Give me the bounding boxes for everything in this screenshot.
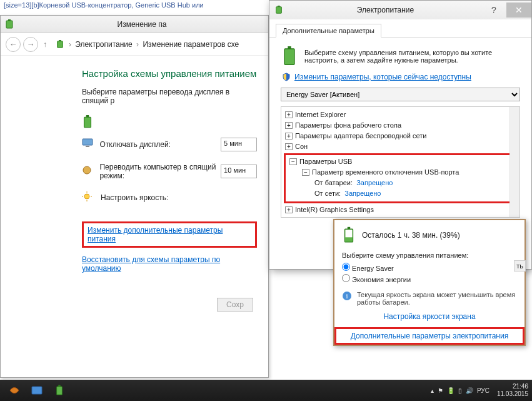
highlight-more-power-settings: Дополнительные параметры электропитания bbox=[334, 327, 524, 345]
tray-flag-icon[interactable]: ⚑ bbox=[438, 387, 443, 394]
svg-rect-3 bbox=[59, 40, 61, 41]
taskbar-controlpanel-icon[interactable] bbox=[26, 382, 48, 399]
tray-clock[interactable]: 21:46 11.03.2015 bbox=[497, 383, 528, 398]
svg-rect-6 bbox=[83, 139, 93, 145]
tab-advanced[interactable]: Дополнительные параметры bbox=[276, 24, 381, 38]
sleep-select[interactable]: 10 мин bbox=[221, 165, 257, 178]
page-subtitle: Выберите параметры перевода дисплея в сп… bbox=[82, 88, 257, 105]
svg-rect-14 bbox=[276, 7, 282, 14]
svg-rect-19 bbox=[346, 230, 353, 237]
battery-icon bbox=[274, 5, 284, 15]
svg-rect-4 bbox=[84, 117, 91, 128]
intro-text: Выберите схему управления питанием, кото… bbox=[304, 49, 520, 64]
link-unlock-settings[interactable]: Изменить параметры, которые сейчас недос… bbox=[294, 73, 471, 81]
link-brightness-settings[interactable]: Настройка яркости экрана bbox=[383, 312, 475, 321]
window-title: Изменение па bbox=[19, 20, 264, 29]
tray-battery-icon[interactable]: 🔋 bbox=[447, 387, 454, 394]
highlight-usb-section: −Параметры USB −Параметр временного откл… bbox=[284, 153, 517, 203]
link-restore-defaults[interactable]: Восстановить для схемы параметры по умол… bbox=[82, 255, 220, 273]
taskbar: ▴ ⚑ 🔋 ▯ 🔊 РУС 21:46 11.03.2015 bbox=[0, 380, 532, 401]
svg-rect-20 bbox=[348, 227, 350, 229]
svg-point-9 bbox=[84, 194, 89, 199]
tree-node-sleep[interactable]: +Сон bbox=[283, 141, 518, 152]
battery-flyout: Осталось 1 ч. 38 мин. (39%) ть Выберите … bbox=[333, 219, 526, 346]
nav-back-button[interactable]: ← bbox=[6, 37, 21, 52]
tree-node-wifi[interactable]: +Параметры адаптера беспроводной сети bbox=[283, 131, 518, 141]
page-heading: Настройка схемы управления питанием bbox=[82, 68, 257, 79]
tree-node-power-buttons[interactable]: +Кнопки питания и крышка bbox=[283, 215, 518, 218]
titlebar[interactable]: Электропитание ? ✕ bbox=[269, 1, 531, 19]
svg-rect-17 bbox=[288, 46, 291, 49]
highlight-additional-params: Изменить дополнительные параметры питани… bbox=[82, 221, 257, 248]
nav-up-icon[interactable]: ↑ bbox=[43, 40, 47, 49]
battery-column-icon bbox=[82, 115, 251, 129]
plan-select[interactable]: Energy Saver [Активен] bbox=[281, 88, 520, 101]
tree-node-ie[interactable]: +Internet Explorer bbox=[283, 109, 518, 120]
svg-rect-23 bbox=[32, 387, 42, 394]
tray-network-icon[interactable]: ▯ bbox=[458, 387, 462, 394]
display-off-select[interactable]: 5 мин bbox=[221, 138, 257, 151]
info-text: Текущая яркость экрана может уменьшить в… bbox=[357, 291, 517, 306]
svg-rect-16 bbox=[284, 49, 294, 64]
tree-node-usb[interactable]: −Параметры USB bbox=[287, 156, 514, 167]
svg-rect-15 bbox=[278, 6, 280, 7]
breadcrumb[interactable]: › Электропитание › Изменение параметров … bbox=[67, 40, 239, 49]
row-sleep: Переводить компьютер в спящий режим: 10 … bbox=[82, 163, 257, 180]
radio-economy[interactable]: Экономия энергии bbox=[342, 274, 517, 283]
tree-node-usb-ac[interactable]: От сети: Запрещено bbox=[287, 188, 514, 199]
close-button[interactable]: ✕ bbox=[506, 3, 531, 18]
radio-energy-saver[interactable]: Energy Saver bbox=[342, 263, 517, 272]
info-icon: i bbox=[342, 291, 352, 301]
window-edit-plan: Изменение па ← → ↑ › Электропитание › Из… bbox=[0, 15, 269, 378]
svg-rect-25 bbox=[58, 385, 61, 387]
nav-row: ← → ↑ › Электропитание › Изменение парам… bbox=[1, 33, 268, 56]
battery-icon bbox=[281, 46, 298, 66]
tray-language[interactable]: РУС bbox=[477, 387, 489, 394]
svg-point-8 bbox=[83, 166, 91, 174]
choose-plan-label: Выберите схему управления питанием: bbox=[342, 251, 517, 259]
titlebar[interactable]: Изменение па bbox=[1, 16, 268, 33]
battery-status-text: Осталось 1 ч. 38 мин. (39%) bbox=[362, 231, 460, 240]
svg-text:i: i bbox=[346, 292, 348, 300]
monitor-icon bbox=[82, 138, 93, 151]
label: Переводить компьютер в спящий режим: bbox=[99, 163, 221, 180]
taskbar-battery-icon[interactable] bbox=[49, 382, 70, 399]
battery-icon bbox=[56, 39, 64, 49]
truncated-button[interactable]: ть bbox=[514, 260, 526, 272]
row-brightness: Настроить яркость: bbox=[82, 191, 257, 204]
label: Настроить яркость: bbox=[101, 193, 232, 202]
label: Отключать дисплей: bbox=[99, 140, 221, 149]
background-forum-text: [size=13][b]Корневой USB-концентратор, G… bbox=[4, 1, 204, 9]
system-tray[interactable]: ▴ ⚑ 🔋 ▯ 🔊 РУС 21:46 11.03.2015 bbox=[431, 383, 528, 398]
battery-icon bbox=[4, 19, 14, 29]
window-title: Электропитание bbox=[289, 6, 481, 14]
link-more-power-settings[interactable]: Дополнительные параметры электропитания bbox=[351, 332, 508, 340]
settings-tree: +Internet Explorer +Параметры фона рабоч… bbox=[281, 106, 520, 218]
tree-node-usb-battery[interactable]: От батареи: Запрещено bbox=[287, 178, 514, 188]
link-additional-power-settings[interactable]: Изменить дополнительные параметры питани… bbox=[88, 226, 223, 243]
sun-icon bbox=[82, 191, 94, 204]
svg-rect-24 bbox=[57, 387, 63, 395]
shield-icon bbox=[282, 73, 291, 81]
save-button[interactable]: Сохр bbox=[217, 298, 253, 312]
svg-rect-0 bbox=[6, 21, 13, 28]
tree-node-wallpaper[interactable]: +Параметры фона рабочего стола bbox=[283, 120, 518, 131]
tree-node-usb-suspend[interactable]: −Параметр временного отключения USB-порт… bbox=[287, 167, 514, 178]
tree-scrollbar[interactable] bbox=[509, 107, 519, 217]
svg-rect-1 bbox=[8, 19, 11, 21]
svg-rect-2 bbox=[58, 41, 63, 48]
tray-volume-icon[interactable]: 🔊 bbox=[466, 387, 473, 394]
battery-icon bbox=[342, 226, 356, 244]
nav-fwd-button[interactable]: → bbox=[23, 37, 38, 52]
tree-node-intel-graphics[interactable]: +Intel(R) Graphics Settings bbox=[283, 205, 518, 215]
help-button[interactable]: ? bbox=[481, 3, 506, 18]
tab-bar: Дополнительные параметры bbox=[269, 19, 531, 38]
row-display-off: Отключать дисплей: 5 мин bbox=[82, 138, 257, 151]
moon-icon bbox=[82, 165, 93, 178]
svg-rect-5 bbox=[86, 115, 89, 117]
taskbar-app-icon[interactable] bbox=[4, 382, 25, 399]
svg-rect-7 bbox=[86, 146, 89, 147]
tray-chevron-icon[interactable]: ▴ bbox=[431, 387, 434, 394]
